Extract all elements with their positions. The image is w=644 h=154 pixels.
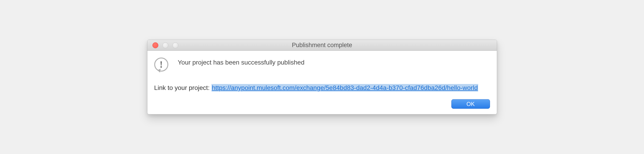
dialog-content: ! Your project has been successfully pub… bbox=[148, 51, 497, 114]
link-row: Link to your project: https://anypoint.m… bbox=[154, 84, 490, 91]
window-title: Publishment complete bbox=[148, 42, 497, 49]
project-link[interactable]: https://anypoint.mulesoft.com/exchange/5… bbox=[212, 84, 478, 91]
window-controls bbox=[148, 42, 178, 48]
maximize-icon bbox=[172, 42, 178, 48]
message-row: ! Your project has been successfully pub… bbox=[154, 58, 490, 73]
info-icon: ! bbox=[154, 58, 170, 73]
success-message: Your project has been successfully publi… bbox=[178, 58, 304, 66]
titlebar: Publishment complete bbox=[148, 40, 497, 51]
button-row: OK bbox=[154, 99, 490, 109]
dialog-window: Publishment complete ! Your project has … bbox=[147, 40, 497, 114]
close-icon[interactable] bbox=[152, 42, 158, 48]
link-label: Link to your project: bbox=[154, 84, 212, 91]
minimize-icon bbox=[162, 42, 168, 48]
ok-button[interactable]: OK bbox=[451, 99, 490, 109]
